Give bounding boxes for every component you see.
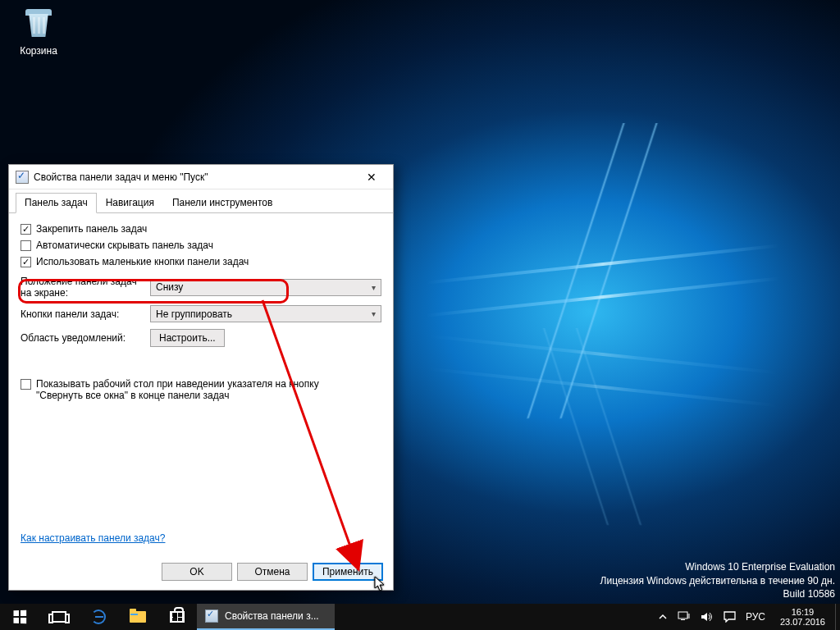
help-link[interactable]: Как настраивать панели задач? bbox=[21, 532, 165, 544]
watermark-line: Windows 10 Enterprise Evaluation bbox=[600, 560, 835, 573]
task-view-button[interactable] bbox=[39, 604, 79, 630]
checkbox-label: Использовать маленькие кнопки панели зад… bbox=[36, 256, 249, 267]
checkbox-small-buttons[interactable] bbox=[21, 257, 31, 267]
combo-value: Не группировать bbox=[156, 308, 232, 320]
watermark-line: Лицензия Windows действительна в течение… bbox=[600, 574, 835, 587]
edge-icon bbox=[91, 609, 106, 624]
show-desktop-button[interactable] bbox=[835, 604, 840, 630]
svg-rect-1 bbox=[678, 612, 687, 619]
activation-watermark: Windows 10 Enterprise Evaluation Лицензи… bbox=[600, 560, 835, 600]
volume-icon[interactable] bbox=[701, 611, 714, 623]
start-button[interactable] bbox=[0, 604, 39, 630]
checkbox-label: Автоматически скрывать панель задач bbox=[36, 240, 213, 251]
chevron-down-icon: ▾ bbox=[372, 309, 376, 318]
cancel-button[interactable]: Отмена bbox=[237, 563, 308, 581]
combo-position[interactable]: Снизу ▾ bbox=[150, 279, 381, 296]
wallpaper-logo bbox=[427, 244, 779, 284]
recycle-bin-label: Корзина bbox=[8, 45, 69, 57]
wallpaper-logo bbox=[427, 367, 779, 407]
wallpaper-logo bbox=[427, 334, 779, 374]
dialog-icon bbox=[205, 609, 218, 623]
clock-time: 16:19 bbox=[780, 607, 825, 617]
dialog-icon bbox=[16, 171, 29, 184]
checkbox-autohide[interactable] bbox=[21, 240, 31, 251]
svg-rect-2 bbox=[681, 619, 685, 620]
combo-value: Снизу bbox=[156, 281, 183, 293]
tab-navigation[interactable]: Навигация bbox=[97, 193, 163, 213]
system-tray: РУС 16:19 23.07.2016 bbox=[650, 604, 835, 630]
taskbar: Свойства панели з... РУС 16:19 23.07.201… bbox=[0, 604, 840, 630]
checkbox-peek[interactable] bbox=[21, 379, 31, 390]
trash-icon bbox=[19, 4, 58, 43]
file-explorer-button[interactable] bbox=[118, 604, 158, 630]
apply-button[interactable]: Применить bbox=[313, 563, 383, 581]
taskbar-app-properties[interactable]: Свойства панели з... bbox=[197, 604, 335, 630]
desktop: Корзина Windows 10 Enterprise Evaluation… bbox=[0, 0, 840, 630]
taskbar-app-label: Свойства панели з... bbox=[225, 610, 319, 622]
ok-button[interactable]: OK bbox=[162, 563, 232, 581]
dialog-title: Свойства панели задач и меню "Пуск" bbox=[34, 171, 354, 183]
tab-toolbars[interactable]: Панели инструментов bbox=[163, 193, 281, 213]
checkbox-lock-taskbar[interactable] bbox=[21, 224, 31, 235]
close-button[interactable]: ✕ bbox=[354, 166, 390, 189]
network-icon[interactable] bbox=[678, 611, 691, 623]
wallpaper-logo bbox=[542, 328, 609, 525]
taskbar-properties-dialog: Свойства панели задач и меню "Пуск" ✕ Па… bbox=[8, 164, 394, 591]
action-center-icon[interactable] bbox=[724, 611, 736, 623]
titlebar[interactable]: Свойства панели задач и меню "Пуск" ✕ bbox=[9, 165, 393, 189]
watermark-line: Build 10586 bbox=[600, 587, 835, 600]
tab-taskbar[interactable]: Панель задач bbox=[16, 193, 97, 213]
clock-date: 23.07.2016 bbox=[780, 617, 825, 627]
folder-icon bbox=[130, 611, 146, 623]
store-icon bbox=[170, 611, 185, 623]
label-position: Положение панели задач на экране: bbox=[21, 276, 144, 299]
tray-chevron-up-icon[interactable] bbox=[658, 612, 668, 622]
label-notification: Область уведомлений: bbox=[21, 332, 144, 344]
customize-button[interactable]: Настроить... bbox=[150, 329, 225, 347]
store-button[interactable] bbox=[158, 604, 197, 630]
edge-button[interactable] bbox=[79, 604, 118, 630]
tab-strip: Панель задач Навигация Панели инструмент… bbox=[9, 189, 393, 213]
recycle-bin-icon[interactable]: Корзина bbox=[8, 4, 69, 57]
combo-taskbar-buttons[interactable]: Не группировать ▾ bbox=[150, 305, 381, 322]
checkbox-label: Показывать рабочий стол при наведении ук… bbox=[36, 378, 357, 401]
task-view-icon bbox=[52, 611, 66, 623]
clock[interactable]: 16:19 23.07.2016 bbox=[775, 607, 830, 627]
windows-logo-icon bbox=[13, 610, 26, 624]
dialog-footer: OK Отмена Применить bbox=[9, 554, 393, 590]
language-indicator[interactable]: РУС bbox=[746, 611, 765, 623]
chevron-down-icon: ▾ bbox=[372, 283, 376, 292]
label-buttons: Кнопки панели задач: bbox=[21, 308, 144, 320]
checkbox-label: Закрепить панель задач bbox=[36, 223, 147, 235]
tab-body: Закрепить панель задач Автоматически скр… bbox=[9, 213, 393, 555]
